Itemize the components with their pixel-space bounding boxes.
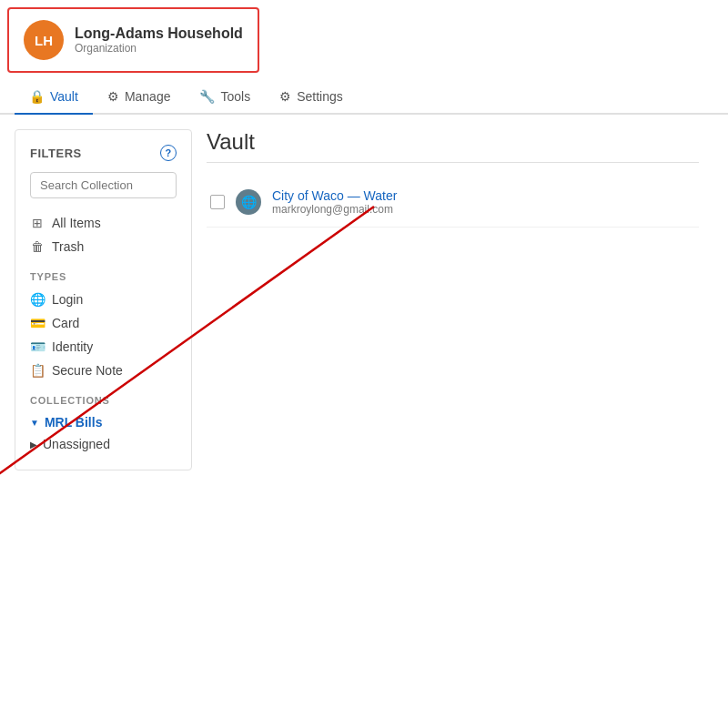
arrow-annotation (192, 184, 556, 593)
vault-item: 🌐 City of Waco — Water markroylong@gmail… (207, 177, 699, 228)
item-email: markroylong@gmail.com (272, 203, 397, 216)
tab-vault-label: Vault (50, 89, 78, 104)
lock-icon: 🔒 (29, 89, 45, 104)
item-globe-icon: 🌐 (236, 189, 261, 215)
secure-note-label: Secure Note (52, 363, 123, 378)
all-items-label: All Items (52, 216, 101, 230)
tab-vault[interactable]: 🔒 Vault (15, 80, 93, 115)
sliders-icon: ⚙ (107, 89, 119, 104)
filters-title: FILTERS ? (30, 145, 177, 161)
collection-unassigned[interactable]: ▶ Unassigned (30, 433, 177, 455)
item-info: City of Waco — Water markroylong@gmail.c… (272, 188, 397, 216)
org-name: Long-Adams Household (75, 25, 243, 42)
tab-manage[interactable]: ⚙ Manage (93, 80, 186, 115)
id-icon: 🪪 (30, 339, 45, 354)
sidebar-item-login[interactable]: 🌐 Login (30, 288, 177, 311)
org-info: Long-Adams Household Organization (75, 25, 243, 55)
tab-settings[interactable]: ⚙ Settings (265, 80, 358, 115)
globe-icon: 🌐 (30, 292, 45, 307)
note-icon: 📋 (30, 363, 45, 378)
mrl-bills-label: MRL Bills (45, 415, 103, 430)
filters-label: FILTERS (30, 147, 82, 160)
tab-tools-label: Tools (220, 89, 250, 104)
sidebar-item-all-items[interactable]: ⊞ All Items (30, 211, 177, 235)
vault-title: Vault (207, 129, 699, 163)
login-label: Login (52, 292, 83, 307)
trash-icon: 🗑 (30, 239, 45, 254)
main-layout: FILTERS ? ⊞ All Items 🗑 Trash TYPES 🌐 Lo… (0, 115, 728, 485)
trash-label: Trash (52, 239, 84, 254)
types-section-label: TYPES (30, 271, 177, 282)
identity-label: Identity (52, 339, 93, 354)
main-content: Vault 🌐 City of Waco — Water markroylong… (192, 129, 713, 470)
sidebar-item-card[interactable]: 💳 Card (30, 311, 177, 335)
org-header: LH Long-Adams Household Organization (7, 7, 259, 73)
card-label: Card (52, 316, 79, 330)
tab-settings-label: Settings (297, 89, 343, 104)
sidebar-item-secure-note[interactable]: 📋 Secure Note (30, 359, 177, 382)
card-icon: 💳 (30, 316, 45, 330)
tab-tools[interactable]: 🔧 Tools (185, 80, 265, 115)
wrench-icon: 🔧 (199, 89, 215, 104)
nav-tabs: 🔒 Vault ⚙ Manage 🔧 Tools ⚙ Settings (0, 80, 728, 115)
chevron-down-icon: ▼ (30, 418, 39, 428)
tab-manage-label: Manage (125, 89, 171, 104)
item-name[interactable]: City of Waco — Water (272, 188, 397, 203)
sidebar-item-identity[interactable]: 🪪 Identity (30, 335, 177, 359)
grid-icon: ⊞ (30, 216, 45, 230)
chevron-right-icon: ▶ (30, 440, 37, 450)
collection-mrl-bills[interactable]: ▼ MRL Bills (30, 411, 177, 433)
org-type: Organization (75, 42, 243, 55)
collections-section-label: COLLECTIONS (30, 395, 177, 406)
sidebar: FILTERS ? ⊞ All Items 🗑 Trash TYPES 🌐 Lo… (15, 129, 192, 470)
sidebar-item-trash[interactable]: 🗑 Trash (30, 235, 177, 258)
item-checkbox[interactable] (210, 195, 225, 209)
help-button[interactable]: ? (160, 145, 177, 161)
unassigned-label: Unassigned (43, 437, 110, 451)
gear-icon: ⚙ (279, 89, 291, 104)
search-input[interactable] (30, 172, 177, 198)
avatar: LH (24, 20, 64, 60)
